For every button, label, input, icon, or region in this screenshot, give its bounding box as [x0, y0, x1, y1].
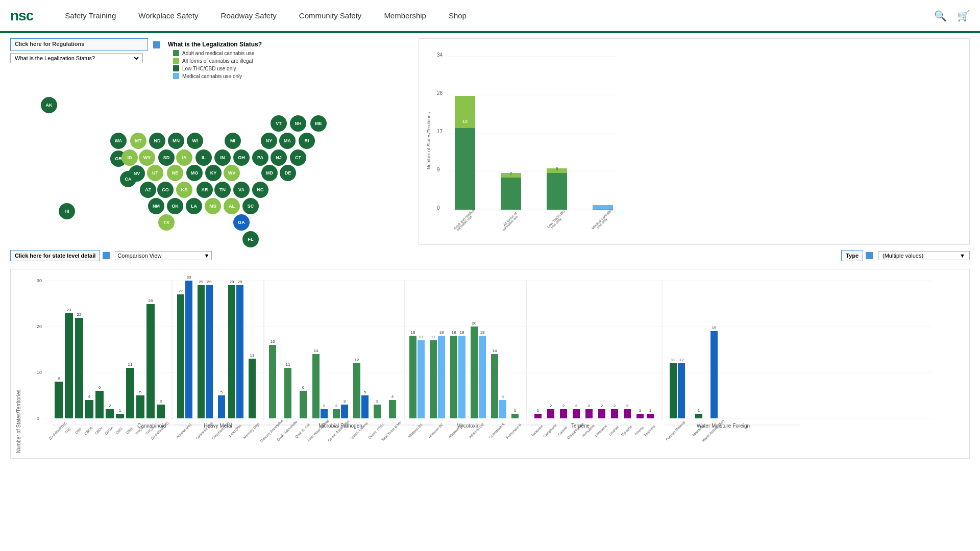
svg-text:Mercury Aspergillus: Mercury Aspergillus — [259, 418, 284, 443]
nav-safety-training[interactable]: Safety Training — [54, 0, 127, 32]
nav-roadway-safety[interactable]: Roadway Safety — [210, 0, 288, 32]
svg-rect-77 — [185, 281, 192, 418]
state-bubble-ok[interactable]: OK — [167, 198, 183, 214]
state-bubble-ga[interactable]: GA — [233, 214, 250, 231]
svg-text:Camphene: Camphene — [543, 423, 558, 439]
cart-icon[interactable]: 🛒 — [957, 10, 970, 22]
state-bubble-me[interactable]: ME — [310, 115, 327, 132]
state-bubble-il[interactable]: IL — [195, 149, 212, 166]
legalization-select[interactable]: What is the Legalization Status? — [13, 55, 140, 62]
svg-rect-197 — [670, 363, 677, 418]
state-bubble-mo[interactable]: MO — [186, 165, 203, 181]
svg-text:5: 5 — [364, 390, 366, 394]
state-bubble-nc[interactable]: NC — [252, 182, 268, 198]
state-bubble-al[interactable]: AL — [224, 198, 240, 214]
state-bubble-nj[interactable]: NJ — [271, 149, 287, 166]
svg-text:7: 7 — [509, 171, 512, 177]
svg-rect-202 — [695, 414, 702, 418]
logo[interactable]: nsc — [10, 8, 33, 24]
svg-rect-106 — [300, 391, 307, 418]
svg-text:1: 1 — [514, 408, 517, 413]
state-bubble-tx[interactable]: TX — [158, 214, 175, 231]
nav-membership[interactable]: Membership — [373, 0, 437, 32]
state-bubble-tn[interactable]: TN — [214, 182, 231, 198]
svg-rect-103 — [284, 368, 291, 418]
svg-rect-70 — [157, 405, 165, 418]
state-bubble-az[interactable]: AZ — [140, 182, 156, 198]
svg-text:Limonene: Limonene — [594, 424, 608, 438]
svg-text:18: 18 — [439, 330, 444, 335]
state-bubble-la[interactable]: LA — [186, 198, 202, 214]
svg-text:Low THC/CBD: Low THC/CBD — [547, 210, 566, 229]
state-bubble-fl[interactable]: FL — [242, 231, 259, 247]
state-bubble-id[interactable]: ID — [121, 149, 138, 166]
svg-text:18: 18 — [411, 330, 415, 335]
svg-rect-148 — [471, 327, 478, 418]
svg-text:18: 18 — [462, 119, 468, 124]
state-bubble-pa[interactable]: PA — [252, 149, 268, 166]
legend-color-illegal — [173, 58, 179, 64]
state-bubble-oh[interactable]: OH — [233, 149, 250, 166]
state-bubble-in[interactable]: IN — [214, 149, 231, 166]
state-bubble-sc[interactable]: SC — [242, 198, 259, 214]
state-bubble-nd[interactable]: ND — [149, 133, 165, 149]
state-bubble-nv[interactable]: NV — [129, 165, 145, 182]
legend-item-illegal: All forms of cannabis are illegal — [173, 58, 262, 64]
legend-item-low-thc: Low THC/CBD use only — [173, 65, 262, 71]
comparison-dropdown[interactable]: Comparison View ▼ — [115, 251, 212, 260]
svg-text:8: 8 — [555, 166, 558, 171]
svg-text:20: 20 — [472, 321, 477, 325]
nav-workplace-safety[interactable]: Workplace Safety — [127, 0, 209, 32]
svg-text:2: 2 — [588, 404, 591, 408]
svg-text:2: 2 — [335, 404, 338, 408]
svg-text:4: 4 — [502, 394, 504, 399]
state-bubble-ri[interactable]: RI — [299, 133, 315, 149]
state-bubble-nm[interactable]: NM — [148, 198, 164, 214]
state-bubble-ia[interactable]: IA — [176, 149, 192, 166]
state-bubble-wy[interactable]: WY — [139, 149, 155, 166]
nav-shop[interactable]: Shop — [437, 0, 478, 32]
top-row: Click here for Regulations What is the L… — [10, 38, 970, 245]
state-bubble-mi[interactable]: MI — [225, 133, 241, 149]
state-bubble-ny[interactable]: NY — [261, 133, 277, 149]
svg-rect-114 — [333, 409, 340, 418]
svg-text:11: 11 — [128, 362, 133, 367]
multiple-values-dropdown[interactable]: (Multiple values) ▼ — [878, 251, 970, 260]
state-bubble-ut[interactable]: UT — [147, 165, 163, 181]
state-bubble-wv[interactable]: WV — [224, 165, 240, 181]
state-bubble-de[interactable]: DE — [280, 165, 296, 181]
state-bubble-wa[interactable]: WA — [110, 133, 127, 149]
svg-text:Fumonisin B.: Fumonisin B. — [505, 422, 523, 439]
state-bubble-sd[interactable]: SD — [158, 149, 175, 166]
state-bubble-ct[interactable]: CT — [290, 149, 306, 166]
state-bubble-ak[interactable]: AK — [41, 97, 57, 113]
state-bubble-md[interactable]: MD — [261, 165, 278, 181]
nav-community-safety[interactable]: Community Safety — [288, 0, 373, 32]
state-bubble-ks[interactable]: KS — [176, 182, 192, 198]
state-bubble-wi[interactable]: WI — [187, 133, 203, 149]
state-bubble-ar[interactable]: AR — [197, 182, 213, 198]
legend-label-adult: Adult and medical cannabis use — [182, 51, 254, 56]
svg-rect-134 — [418, 340, 425, 418]
svg-text:29: 29 — [199, 280, 204, 284]
legalization-dropdown[interactable]: What is the Legalization Status? — [10, 53, 143, 63]
state-bubble-mn[interactable]: MN — [168, 133, 184, 149]
state-bubble-co[interactable]: CO — [157, 182, 174, 198]
state-bubble-va[interactable]: VA — [233, 182, 250, 198]
state-bubble-hi[interactable]: HI — [59, 203, 75, 219]
state-bubble-ms[interactable]: MS — [205, 198, 221, 214]
svg-text:29: 29 — [230, 280, 234, 284]
svg-text:2: 2 — [323, 404, 326, 408]
state-bubble-ne[interactable]: NE — [167, 165, 183, 181]
svg-text:17: 17 — [419, 335, 424, 339]
state-bubble-mt[interactable]: MT — [130, 133, 146, 149]
svg-text:4: 4 — [391, 394, 394, 399]
search-icon[interactable]: 🔍 — [934, 10, 947, 22]
svg-rect-110 — [321, 409, 328, 418]
svg-rect-115 — [341, 405, 348, 418]
state-bubble-nh[interactable]: NH — [290, 115, 306, 132]
svg-text:1: 1 — [537, 408, 540, 413]
state-bubble-vt[interactable]: VT — [271, 115, 287, 132]
state-bubble-ky[interactable]: KY — [205, 165, 222, 181]
state-bubble-ma[interactable]: MA — [279, 133, 296, 149]
